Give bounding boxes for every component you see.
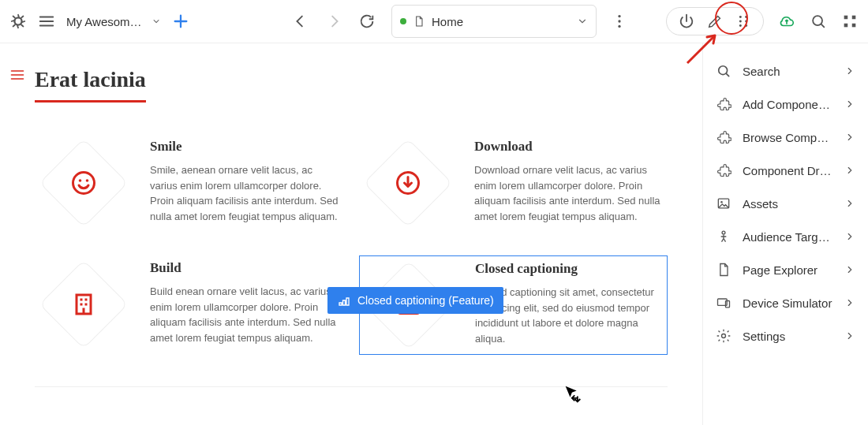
nav-forward-icon[interactable]: [325, 13, 342, 30]
sidepanel-item-browse-components[interactable]: Browse Components: [708, 121, 863, 154]
feature-title: Closed captioning: [475, 261, 662, 277]
person-icon: [716, 229, 731, 244]
chevron-right-icon: [844, 99, 855, 110]
sidepanel-item-label: Add Components: [743, 98, 833, 111]
sidepanel-item-audience-targeting[interactable]: Audience Targeting: [708, 220, 863, 253]
drag-grid-icon[interactable]: [735, 13, 752, 30]
overflow-menu-icon[interactable]: [611, 13, 628, 30]
smile-icon: [69, 169, 98, 197]
sidepanel-item-label: Page Explorer: [743, 263, 833, 277]
chevron-right-icon: [844, 231, 855, 242]
feature-title: Smile: [150, 139, 339, 155]
sidepanel-item-page-explorer[interactable]: Page Explorer: [708, 253, 863, 286]
search-icon[interactable]: [810, 13, 827, 30]
sidepanel-item-settings[interactable]: Settings: [708, 319, 863, 352]
sidepanel-item-label: Device Simulator: [743, 296, 833, 310]
address-label: Home: [432, 15, 463, 28]
content-menu-icon[interactable]: [9, 67, 25, 83]
side-panel: SearchAdd ComponentsBrowse ComponentsCom…: [702, 43, 868, 425]
menu-icon[interactable]: [38, 13, 55, 30]
sidepanel-item-label: Assets: [743, 197, 833, 211]
app-logo[interactable]: [9, 13, 27, 30]
download-icon: [394, 169, 422, 197]
ext-icon: [716, 96, 731, 112]
selection-tag[interactable]: Closed captioning (Feature): [327, 287, 503, 314]
page-icon: [413, 15, 425, 28]
sidepanel-item-label: Component Drop Ta…: [743, 164, 833, 177]
topbar: My Awesome E… Home: [0, 0, 868, 43]
sidepanel-item-add-components[interactable]: Add Components: [708, 88, 863, 121]
chevron-right-icon: [844, 198, 855, 209]
image-icon: [716, 196, 731, 211]
feature-title: Download: [474, 139, 663, 155]
component-icon: [337, 293, 351, 308]
nav-back-icon[interactable]: [292, 13, 309, 30]
svg-point-31: [14, 17, 21, 24]
cloud-upload-icon[interactable]: [778, 13, 795, 30]
chevron-right-icon: [844, 65, 855, 76]
apps-icon[interactable]: [841, 13, 859, 30]
building-icon: [69, 290, 98, 319]
status-dot-icon: [400, 18, 406, 24]
page-canvas[interactable]: Erat lacinia SmileSmile, aenean ornare v…: [0, 43, 702, 425]
device-icon: [716, 295, 731, 311]
reload-icon[interactable]: [358, 13, 376, 30]
caret-down-icon: [152, 16, 161, 27]
search-icon: [716, 63, 731, 79]
ext-icon: [716, 129, 731, 145]
feature-build[interactable]: BuildBuild enean ornare velit lacus, ac …: [35, 255, 343, 355]
sidepanel-item-search[interactable]: Search: [708, 54, 863, 88]
ext-icon: [716, 162, 731, 178]
sidepanel-item-device-simulator[interactable]: Device Simulator: [708, 286, 863, 319]
chevron-right-icon: [844, 132, 855, 143]
mode-pill: [666, 7, 764, 35]
chevron-right-icon: [844, 165, 855, 176]
chevron-right-icon: [844, 297, 855, 308]
feature-body: Smile, aenean ornare velit lacus, ac var…: [150, 162, 339, 224]
selection-tag-label: Closed captioning (Feature): [357, 294, 494, 307]
project-name: My Awesome E…: [66, 15, 147, 28]
power-icon[interactable]: [678, 13, 695, 30]
feature-body: Build enean ornare velit lacus, ac variu…: [150, 284, 339, 345]
feature-icon-frame: [39, 139, 128, 227]
edit-pencil-icon[interactable]: [706, 13, 724, 30]
feature-icon-frame: [39, 260, 128, 349]
project-selector[interactable]: My Awesome E…: [66, 15, 161, 28]
chevron-right-icon: [844, 330, 855, 341]
sidepanel-item-component-drop-ta[interactable]: Component Drop Ta…: [708, 154, 863, 187]
chevron-right-icon: [844, 264, 855, 275]
sidepanel-item-label: Settings: [743, 330, 833, 343]
feature-grid: SmileSmile, aenean ornare velit lacus, a…: [35, 134, 668, 355]
feature-title: Build: [150, 260, 339, 276]
feature-smile[interactable]: SmileSmile, aenean ornare velit lacus, a…: [35, 134, 343, 232]
caret-down-icon: [577, 16, 588, 27]
sidepanel-item-label: Audience Targeting: [743, 230, 833, 244]
add-button[interactable]: [172, 13, 189, 30]
sidepanel-item-label: Search: [743, 65, 833, 78]
feature-download[interactable]: DownloadDownload ornare velit lacus, ac …: [359, 134, 668, 232]
address-bar[interactable]: Home: [391, 5, 597, 38]
sidepanel-item-assets[interactable]: Assets: [708, 187, 863, 220]
sidepanel-item-label: Browse Components: [743, 131, 833, 144]
divider: [35, 386, 668, 387]
doc-icon: [716, 262, 731, 278]
feature-icon-frame: [364, 139, 452, 227]
feature-body: Download ornare velit lacus, ac varius e…: [474, 162, 663, 224]
page-title: Erat lacinia: [35, 67, 146, 103]
gear-icon: [716, 328, 731, 344]
